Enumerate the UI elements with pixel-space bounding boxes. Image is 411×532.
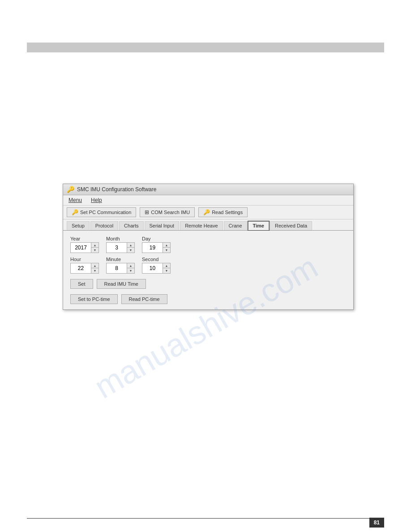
read-pc-time-button[interactable]: Read PC-time	[121, 294, 167, 304]
content-area: Year ▲ ▼ Month ▲	[63, 231, 353, 309]
top-bar	[27, 43, 384, 52]
year-group: Year ▲ ▼	[70, 236, 99, 253]
tab-serial-input[interactable]: Serial Input	[145, 221, 180, 230]
toolbar: 🔑 Set PC Communication ⊞ COM Search IMU …	[63, 206, 353, 219]
second-spinner-buttons: ▲ ▼	[163, 263, 170, 273]
com-search-label: COM Search IMU	[151, 210, 190, 215]
year-up-button[interactable]: ▲	[91, 243, 98, 248]
menu-item-help[interactable]: Help	[89, 196, 104, 204]
read-imu-time-button[interactable]: Read IMU Time	[97, 279, 146, 289]
minute-label: Minute	[106, 257, 121, 262]
second-group: Second ▲ ▼	[142, 257, 171, 274]
tab-charts[interactable]: Charts	[119, 221, 143, 230]
day-down-button[interactable]: ▼	[163, 248, 170, 253]
hour-group: Hour ▲ ▼	[70, 257, 99, 274]
second-spinner: ▲ ▼	[142, 263, 171, 274]
time-row: Hour ▲ ▼ Minute ▲	[70, 257, 346, 274]
set-button[interactable]: Set	[70, 279, 93, 289]
second-down-button[interactable]: ▼	[163, 268, 170, 273]
set-pc-comm-label: Set PC Communication	[80, 210, 131, 215]
minute-group: Minute ▲ ▼	[106, 257, 135, 274]
day-up-button[interactable]: ▲	[163, 243, 170, 248]
month-up-button[interactable]: ▲	[127, 243, 134, 248]
action-row-2: Set to PC-time Read PC-time	[70, 294, 346, 304]
hour-input[interactable]	[71, 263, 91, 273]
hour-up-button[interactable]: ▲	[91, 263, 98, 268]
minute-down-button[interactable]: ▼	[127, 268, 134, 273]
tab-protocol[interactable]: Protocol	[90, 221, 118, 230]
year-spinner-buttons: ▲ ▼	[91, 243, 98, 253]
minute-spinner-buttons: ▲ ▼	[127, 263, 134, 273]
year-down-button[interactable]: ▼	[91, 248, 98, 253]
title-bar-icon: 🔑	[67, 186, 74, 193]
title-bar-text: SMC IMU Configuration Software	[77, 186, 156, 193]
month-group: Month ▲ ▼	[106, 236, 135, 253]
year-label: Year	[70, 236, 80, 241]
month-label: Month	[106, 236, 120, 241]
hour-spinner-buttons: ▲ ▼	[91, 263, 98, 273]
key-icon-1: 🔑	[72, 209, 78, 215]
action-row-1: Set Read IMU Time	[70, 279, 346, 289]
day-spinner: ▲ ▼	[142, 242, 171, 253]
main-window: 🔑 SMC IMU Configuration Software Menu He…	[63, 184, 354, 310]
page-number: 81	[369, 518, 384, 528]
day-group: Day ▲ ▼	[142, 236, 171, 253]
day-label: Day	[142, 236, 151, 241]
datetime-section: Year ▲ ▼ Month ▲	[70, 236, 346, 304]
tab-remote-heave[interactable]: Remote Heave	[180, 221, 223, 230]
title-bar: 🔑 SMC IMU Configuration Software	[63, 184, 353, 195]
day-spinner-buttons: ▲ ▼	[163, 243, 170, 253]
year-input[interactable]	[71, 243, 91, 253]
menu-item-menu[interactable]: Menu	[67, 196, 84, 204]
set-to-pc-time-button[interactable]: Set to PC-time	[70, 294, 118, 304]
table-icon: ⊞	[145, 209, 149, 215]
bottom-line	[27, 518, 384, 519]
day-input[interactable]	[142, 243, 163, 253]
minute-spinner: ▲ ▼	[106, 263, 135, 274]
second-input[interactable]	[142, 263, 163, 273]
com-search-imu-button[interactable]: ⊞ COM Search IMU	[140, 207, 195, 217]
month-spinner: ▲ ▼	[106, 242, 135, 253]
hour-label: Hour	[70, 257, 81, 262]
tab-received-data[interactable]: Received Data	[270, 221, 312, 230]
menu-bar: Menu Help	[63, 195, 353, 206]
month-spinner-buttons: ▲ ▼	[127, 243, 134, 253]
second-label: Second	[142, 257, 158, 262]
key-icon-2: 🔑	[203, 209, 210, 215]
hour-down-button[interactable]: ▼	[91, 268, 98, 273]
read-settings-button[interactable]: 🔑 Read Settings	[198, 207, 248, 217]
date-row: Year ▲ ▼ Month ▲	[70, 236, 346, 253]
minute-input[interactable]	[107, 263, 127, 273]
tab-time[interactable]: Time	[248, 221, 269, 230]
set-pc-communication-button[interactable]: 🔑 Set PC Communication	[67, 207, 136, 217]
hour-spinner: ▲ ▼	[70, 263, 99, 274]
month-down-button[interactable]: ▼	[127, 248, 134, 253]
read-settings-label: Read Settings	[212, 210, 243, 215]
year-spinner: ▲ ▼	[70, 242, 99, 253]
tab-bar: Setup Protocol Charts Serial Input Remot…	[63, 219, 353, 231]
minute-up-button[interactable]: ▲	[127, 263, 134, 268]
second-up-button[interactable]: ▲	[163, 263, 170, 268]
tab-crane[interactable]: Crane	[224, 221, 247, 230]
month-input[interactable]	[107, 243, 127, 253]
tab-setup[interactable]: Setup	[67, 221, 90, 230]
